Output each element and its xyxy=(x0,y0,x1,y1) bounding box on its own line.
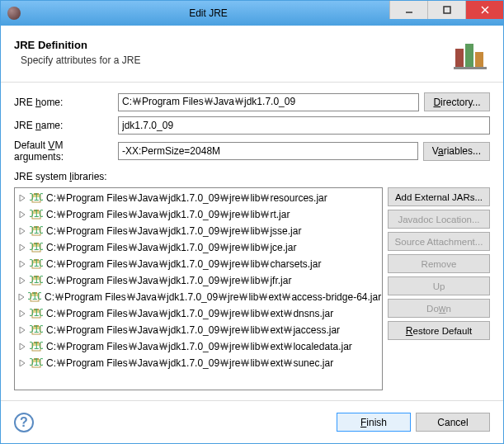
svg-marker-28 xyxy=(20,261,25,267)
jre-name-label: JRE name: xyxy=(14,120,113,131)
jre-name-input[interactable] xyxy=(118,116,490,135)
jre-home-label: JRE home: xyxy=(14,97,113,108)
vm-args-input[interactable] xyxy=(118,142,418,160)
library-path: C:￦Program Files￦Java￦jdk1.7.0_09￦jre￦li… xyxy=(46,357,333,371)
dialog-window: Edit JRE JRE Definition Specify attribut… xyxy=(0,0,504,444)
directory-button[interactable]: Directory... xyxy=(424,92,490,111)
library-item[interactable]: 010C:￦Program Files￦Java￦jdk1.7.0_09￦jre… xyxy=(15,272,382,289)
add-external-jars-button[interactable]: Add External JARs... xyxy=(388,187,490,206)
library-path: C:￦Program Files￦Java￦jdk1.7.0_09￦jre￦li… xyxy=(46,340,352,354)
svg-text:010: 010 xyxy=(30,307,43,319)
library-item[interactable]: 010C:￦Program Files￦Java￦jdk1.7.0_09￦jre… xyxy=(15,305,382,322)
svg-marker-13 xyxy=(20,211,25,218)
library-path: C:￦Program Files￦Java￦jdk1.7.0_09￦jre￦li… xyxy=(46,224,301,239)
banner-subheading: Specify attributes for a JRE xyxy=(21,54,450,66)
libraries-label: JRE system libraries: xyxy=(14,171,490,182)
library-item[interactable]: 010C:￦Program Files￦Java￦jdk1.7.0_09￦jre… xyxy=(15,355,382,371)
svg-marker-53 xyxy=(20,343,25,350)
jar-icon: 010 xyxy=(30,241,43,254)
expand-arrow-icon[interactable] xyxy=(18,243,26,252)
svg-text:010: 010 xyxy=(30,224,43,236)
expand-arrow-icon[interactable] xyxy=(18,227,26,235)
svg-text:010: 010 xyxy=(30,274,43,286)
title-bar[interactable]: Edit JRE xyxy=(1,1,503,26)
svg-text:010: 010 xyxy=(30,324,43,335)
svg-text:010: 010 xyxy=(30,357,43,368)
window-buttons xyxy=(389,1,503,19)
banner-heading: JRE Definition xyxy=(14,39,450,51)
minimize-button[interactable] xyxy=(389,1,427,19)
jar-icon: 010 xyxy=(30,307,43,320)
maximize-button[interactable] xyxy=(427,1,465,19)
svg-marker-18 xyxy=(20,228,25,234)
jar-icon: 010 xyxy=(30,257,43,271)
expand-arrow-icon[interactable] xyxy=(18,276,26,285)
library-path: C:￦Program Files￦Java￦jdk1.7.0_09￦jre￦li… xyxy=(46,324,340,338)
jar-icon: 010 xyxy=(28,290,41,304)
help-icon[interactable]: ? xyxy=(14,413,34,432)
javadoc-location-button[interactable]: Javadoc Location... xyxy=(388,210,490,229)
library-path: C:￦Program Files￦Java￦jdk1.7.0_09￦jre￦li… xyxy=(46,191,327,205)
vm-args-label: Default VM arguments: xyxy=(14,139,113,163)
svg-marker-58 xyxy=(20,360,25,366)
jar-icon: 010 xyxy=(30,324,43,337)
svg-rect-7 xyxy=(454,67,487,69)
jar-icon: 010 xyxy=(30,224,43,238)
svg-marker-8 xyxy=(20,195,25,201)
up-button[interactable]: Up xyxy=(388,276,490,295)
jar-icon: 010 xyxy=(30,357,43,370)
jar-icon: 010 xyxy=(30,340,43,353)
svg-text:010: 010 xyxy=(30,208,43,220)
svg-text:010: 010 xyxy=(30,241,43,253)
library-path: C:￦Program Files￦Java￦jdk1.7.0_09￦jre￦li… xyxy=(46,241,296,255)
svg-text:010: 010 xyxy=(30,191,43,203)
svg-marker-48 xyxy=(20,327,25,333)
source-attachment-button[interactable]: Source Attachment... xyxy=(388,232,490,251)
content-area: JRE home: Directory... JRE name: Default… xyxy=(1,83,503,400)
expand-arrow-icon[interactable] xyxy=(18,309,26,318)
window-title: Edit JRE xyxy=(27,7,389,19)
library-item[interactable]: 010C:￦Program Files￦Java￦jdk1.7.0_09￦jre… xyxy=(15,322,382,338)
library-item[interactable]: 010C:￦Program Files￦Java￦jdk1.7.0_09￦jre… xyxy=(15,289,382,305)
restore-default-button[interactable]: Restore Default xyxy=(388,321,490,340)
expand-arrow-icon[interactable] xyxy=(18,342,26,351)
remove-button[interactable]: Remove xyxy=(388,254,490,273)
svg-rect-1 xyxy=(444,7,450,13)
cancel-button[interactable]: Cancel xyxy=(416,413,490,432)
library-item[interactable]: 010C:￦Program Files￦Java￦jdk1.7.0_09￦jre… xyxy=(15,338,382,355)
expand-arrow-icon[interactable] xyxy=(18,359,26,367)
library-path: C:￦Program Files￦Java￦jdk1.7.0_09￦jre￦li… xyxy=(46,208,290,222)
close-button[interactable] xyxy=(465,1,503,19)
libraries-tree[interactable]: 010C:￦Program Files￦Java￦jdk1.7.0_09￦jre… xyxy=(14,187,383,390)
expand-arrow-icon[interactable] xyxy=(18,194,26,202)
finish-button[interactable]: Finish xyxy=(337,413,411,432)
library-path: C:￦Program Files￦Java￦jdk1.7.0_09￦jre￦li… xyxy=(45,290,381,305)
banner: JRE Definition Specify attributes for a … xyxy=(1,26,503,83)
library-path: C:￦Program Files￦Java￦jdk1.7.0_09￦jre￦li… xyxy=(46,257,321,272)
library-buttons: Add External JARs... Javadoc Location...… xyxy=(388,187,490,390)
library-item[interactable]: 010C:￦Program Files￦Java￦jdk1.7.0_09￦jre… xyxy=(15,190,382,206)
library-icon xyxy=(450,32,490,72)
footer: ? Finish Cancel xyxy=(1,400,503,443)
svg-rect-6 xyxy=(475,52,483,67)
expand-arrow-icon[interactable] xyxy=(18,326,26,334)
jre-home-input[interactable] xyxy=(118,93,419,111)
svg-marker-43 xyxy=(20,310,25,317)
app-icon xyxy=(7,7,21,20)
svg-marker-23 xyxy=(20,244,25,251)
library-item[interactable]: 010C:￦Program Files￦Java￦jdk1.7.0_09￦jre… xyxy=(15,239,382,256)
jar-icon: 010 xyxy=(30,274,43,287)
expand-arrow-icon[interactable] xyxy=(18,260,26,268)
svg-marker-33 xyxy=(20,277,25,284)
library-item[interactable]: 010C:￦Program Files￦Java￦jdk1.7.0_09￦jre… xyxy=(15,256,382,272)
library-item[interactable]: 010C:￦Program Files￦Java￦jdk1.7.0_09￦jre… xyxy=(15,223,382,239)
svg-rect-5 xyxy=(465,44,473,67)
svg-marker-38 xyxy=(19,294,24,300)
variables-button[interactable]: Variables... xyxy=(423,142,490,161)
svg-text:010: 010 xyxy=(28,290,41,302)
expand-arrow-icon[interactable] xyxy=(18,210,26,219)
svg-text:010: 010 xyxy=(30,340,43,352)
expand-arrow-icon[interactable] xyxy=(18,293,25,301)
down-button[interactable]: Down xyxy=(388,299,490,318)
library-item[interactable]: 010C:￦Program Files￦Java￦jdk1.7.0_09￦jre… xyxy=(15,206,382,223)
